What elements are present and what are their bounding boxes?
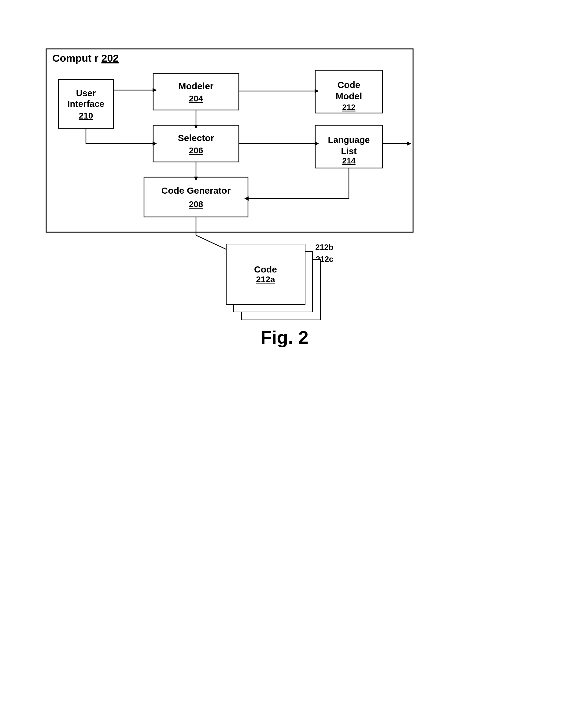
codegen-title: Code Generator xyxy=(161,185,230,196)
page-front: Code 212a xyxy=(226,244,306,305)
ui-title-line1: User xyxy=(76,88,96,98)
arrow-rightcol-codegen xyxy=(244,196,248,201)
codegen-ref: 208 xyxy=(189,199,203,209)
selector-ref: 206 xyxy=(189,146,203,155)
diagram-container: Comput r 202 User Interface 210 Modeler … xyxy=(40,24,529,348)
arrow-langlist-out xyxy=(407,141,411,146)
arrow-modeler-selector xyxy=(194,125,198,129)
codemodel-ref: 212 xyxy=(342,103,355,112)
arrow-modeler-codemodel xyxy=(315,89,319,93)
computer-label: Comput r 202 xyxy=(52,52,119,64)
modeler-ref: 204 xyxy=(189,94,203,103)
langlist-ref: 214 xyxy=(342,156,356,165)
code-b-ref: 212b xyxy=(315,241,333,253)
svg-rect-3 xyxy=(153,125,239,162)
codemodel-title-1: Code xyxy=(337,80,360,90)
code-a-ref: 212a xyxy=(256,275,275,284)
selector-title: Selector xyxy=(178,133,214,143)
ui-ref: 210 xyxy=(79,111,93,120)
code-a-title: Code xyxy=(254,264,277,275)
arrow-selector-codegen xyxy=(194,177,198,181)
arrow-ui-selector xyxy=(152,141,157,146)
langlist-title-1: Language xyxy=(328,135,370,145)
svg-rect-4 xyxy=(144,177,248,217)
svg-rect-2 xyxy=(153,73,239,110)
modeler-title: Modeler xyxy=(178,81,213,91)
arrow-ui-modeler xyxy=(152,88,157,92)
figure-label: Fig. 2 xyxy=(260,327,309,348)
figure-label-container: Fig. 2 xyxy=(40,327,529,348)
computer-ref: 202 xyxy=(101,52,119,64)
codemodel-title-2: Model xyxy=(336,91,362,101)
langlist-title-2: List xyxy=(341,146,357,156)
full-diagram: Comput r 202 User Interface 210 Modeler … xyxy=(40,43,438,281)
ui-title-line2: Interface xyxy=(67,99,104,109)
arrow-selector-langlist xyxy=(315,141,319,146)
